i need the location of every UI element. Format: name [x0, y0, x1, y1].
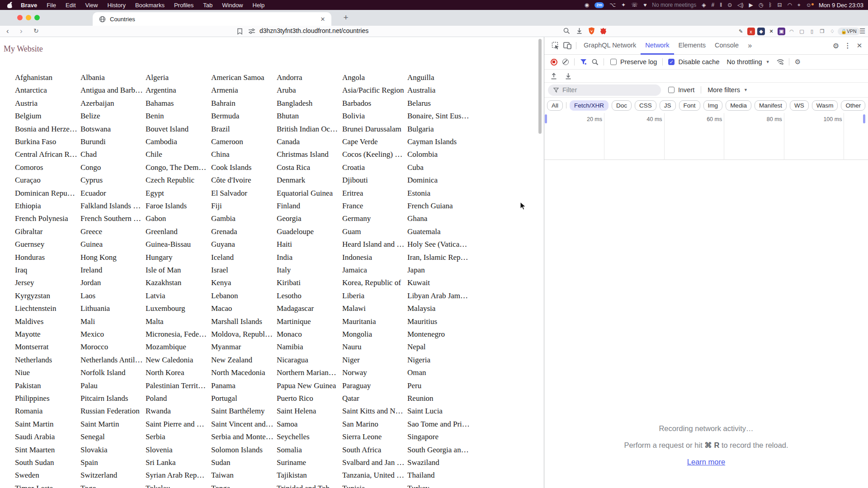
- preserve-log-checkbox[interactable]: [610, 59, 617, 65]
- bookmark-icon[interactable]: [237, 28, 243, 35]
- status-icon-wifi[interactable]: ◠: [787, 0, 792, 10]
- more-filters-dropdown[interactable]: More filters: [708, 86, 740, 94]
- filter-chip-media[interactable]: Media: [726, 100, 751, 111]
- status-icon-clock[interactable]: ◷: [759, 0, 763, 10]
- status-icon-volume[interactable]: ◁): [737, 0, 743, 10]
- clear-network-log-icon[interactable]: [560, 56, 571, 68]
- status-icon-battery[interactable]: ⊟: [777, 0, 782, 10]
- devtools-tab-elements[interactable]: Elements: [674, 37, 710, 55]
- menu-bar-item-tab[interactable]: Tab: [203, 2, 212, 9]
- status-icon-keyboard[interactable]: ⌥: [609, 0, 616, 10]
- filter-chip-fetch-xhr[interactable]: Fetch/XHR: [570, 100, 609, 111]
- devtools-close-icon[interactable]: ✕: [854, 40, 865, 52]
- devtools-tab-network[interactable]: Network: [641, 37, 674, 55]
- download-icon[interactable]: [576, 28, 583, 34]
- traffic-light-close[interactable]: [17, 15, 23, 20]
- invert-filter-checkbox[interactable]: [668, 87, 675, 93]
- timeline-right-handle[interactable]: [863, 114, 865, 123]
- page-scrollbar[interactable]: [538, 39, 542, 134]
- url-address-text[interactable]: d3hzn3tyfnt3th.cloudfront.net/countries: [259, 27, 368, 34]
- network-overview-timeline[interactable]: 20 ms40 ms60 ms80 ms100 ms: [544, 113, 868, 160]
- record-network-log-button[interactable]: [548, 56, 560, 68]
- extension-icon-purple[interactable]: ▣: [778, 28, 785, 35]
- invert-filter-label[interactable]: Invert: [678, 86, 694, 94]
- network-settings-gear-icon[interactable]: ⚙: [792, 56, 804, 68]
- url-tune-icon[interactable]: [249, 28, 255, 34]
- extension-icon-diamond[interactable]: ♢: [829, 28, 836, 35]
- meeting-timer-badge[interactable]: 2m: [594, 2, 604, 8]
- preserve-log-label[interactable]: Preserve log: [620, 58, 657, 66]
- status-icon-phone[interactable]: ☏: [631, 0, 638, 10]
- menu-bar-item-view[interactable]: View: [85, 2, 98, 9]
- filter-chip-img[interactable]: Img: [703, 100, 723, 111]
- tab-close-icon[interactable]: ✕: [319, 16, 327, 23]
- export-har-icon[interactable]: [562, 70, 574, 82]
- forward-button-icon[interactable]: ›: [20, 26, 23, 37]
- browser-menu-icon[interactable]: ☰: [859, 26, 865, 37]
- inspect-element-icon[interactable]: [550, 40, 561, 52]
- status-icon-grid[interactable]: #: [712, 0, 715, 10]
- devtools-kebab-menu-icon[interactable]: ⋮: [842, 40, 854, 52]
- more-tabs-chevron-icon[interactable]: »: [743, 37, 756, 55]
- network-conditions-wifi-icon[interactable]: [774, 56, 786, 68]
- status-icon-play[interactable]: ▶: [749, 0, 753, 10]
- learn-more-link[interactable]: Learn more: [544, 458, 868, 466]
- filter-chip-manifest[interactable]: Manifest: [755, 100, 787, 111]
- device-toolbar-icon[interactable]: [561, 40, 573, 52]
- status-icon-scanner[interactable]: ◈: [702, 0, 706, 10]
- throttling-dropdown[interactable]: No throttling: [726, 58, 762, 66]
- extension-icon-square[interactable]: ▢: [798, 28, 806, 35]
- throttling-dropdown-arrow-icon[interactable]: ▼: [766, 60, 770, 64]
- menu-bar-item-history[interactable]: History: [107, 2, 125, 9]
- menu-bar-item-edit[interactable]: Edit: [66, 2, 75, 9]
- extension-icon-navy[interactable]: ◆: [757, 28, 765, 35]
- status-icon-recorder[interactable]: ◉: [585, 0, 589, 10]
- filter-chip-wasm[interactable]: Wasm: [812, 100, 838, 111]
- browser-tab-countries[interactable]: Countries ✕: [93, 12, 331, 26]
- menu-bar-item-profiles[interactable]: Profiles: [174, 2, 193, 9]
- menu-bar-item-bookmarks[interactable]: Bookmarks: [135, 2, 165, 9]
- timeline-left-handle[interactable]: [545, 114, 547, 123]
- extension-icon-pencil[interactable]: ✎: [737, 28, 745, 35]
- apple-menu-icon[interactable]: [7, 2, 13, 8]
- status-icon-camera[interactable]: ⊙: [727, 0, 732, 10]
- filter-chip-all[interactable]: All: [547, 100, 563, 111]
- devtools-settings-gear-icon[interactable]: ⚙: [830, 40, 842, 52]
- traffic-light-minimize[interactable]: [26, 15, 31, 20]
- filter-chip-css[interactable]: CSS: [635, 100, 656, 111]
- import-har-icon[interactable]: [548, 70, 560, 82]
- status-icon-bars[interactable]: ‖: [720, 0, 722, 10]
- brave-rewards-lion-icon[interactable]: [600, 28, 607, 35]
- menu-bar-item-file[interactable]: File: [47, 2, 56, 9]
- extension-icon-red[interactable]: x: [747, 28, 755, 35]
- traffic-light-zoom[interactable]: [34, 15, 40, 20]
- brave-shield-icon[interactable]: [588, 27, 595, 35]
- extension-icon-page[interactable]: ▯: [808, 28, 816, 35]
- filter-chip-font[interactable]: Font: [679, 100, 700, 111]
- extension-icon-ghost[interactable]: ◠: [788, 28, 796, 35]
- extension-icon-x[interactable]: ✕: [768, 28, 775, 35]
- more-filters-arrow-icon[interactable]: ▼: [744, 88, 748, 92]
- zoom-page-icon[interactable]: [563, 28, 570, 34]
- network-search-icon[interactable]: [589, 56, 601, 68]
- status-icon-search[interactable]: ⌖: [797, 0, 801, 10]
- vpn-toggle[interactable]: 🔒VPN: [838, 28, 860, 35]
- disable-cache-checkbox[interactable]: ✓: [668, 59, 675, 65]
- devtools-tab-graphql-network[interactable]: GraphQL Network: [579, 37, 641, 55]
- filter-chip-ws[interactable]: WS: [790, 100, 809, 111]
- filter-chip-other[interactable]: Other: [841, 100, 865, 111]
- filter-chip-js[interactable]: JS: [660, 100, 676, 111]
- status-icon-lock[interactable]: ✦: [621, 0, 626, 10]
- status-icon-heart[interactable]: ♥: [643, 0, 646, 10]
- disable-cache-label[interactable]: Disable cache: [678, 58, 719, 66]
- menu-bar-item-window[interactable]: Window: [222, 2, 243, 9]
- new-tab-button[interactable]: +: [340, 12, 352, 23]
- menu-bar-item-help[interactable]: Help: [253, 2, 265, 9]
- devtools-tab-console[interactable]: Console: [710, 37, 743, 55]
- menu-bar-item-brave[interactable]: Brave: [21, 2, 37, 9]
- reload-button-icon[interactable]: ↻: [33, 26, 39, 37]
- filter-input[interactable]: Filter: [548, 84, 661, 96]
- back-button-icon[interactable]: ‹: [6, 26, 9, 37]
- filter-funnel-icon[interactable]: [577, 56, 589, 68]
- user-switcher-icon[interactable]: ☺: [806, 0, 811, 10]
